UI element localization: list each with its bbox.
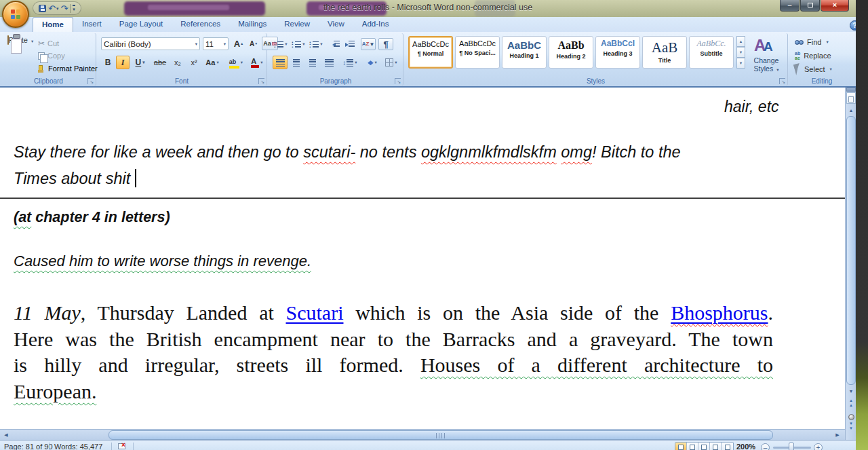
superscript-button[interactable]: x² [186,56,201,69]
italic-button[interactable]: I [116,56,130,69]
align-center-icon [293,59,300,67]
style-heading-3[interactable]: AaBbCcI Heading 3 [595,36,640,69]
zoom-out-button[interactable]: – [761,443,770,450]
page-count-status[interactable]: Page: 81 of 90 [4,443,53,450]
tab-insert[interactable]: Insert [73,17,111,32]
font-family-combo[interactable]: Calibri (Body) ▾ [101,37,200,50]
scroll-right-button[interactable]: ▶ [833,430,842,440]
font-dialog-launcher[interactable]: ↘ [258,78,264,84]
zoom-slider-thumb[interactable] [789,443,794,450]
numbering-button[interactable]: ▾ [290,38,307,50]
bullets-button[interactable]: ▾ [273,38,289,50]
styles-scroll-up-button[interactable]: ▲ [736,36,745,47]
borders-button[interactable]: ▾ [382,56,400,69]
undo-button[interactable]: ↶▾ [48,4,58,13]
subscript-button[interactable]: x₂ [170,56,185,69]
highlight-color-button[interactable]: ab ▾ [226,56,246,69]
draft-view-button[interactable] [722,443,733,450]
tab-mailings[interactable]: Mailings [229,17,275,32]
select-button[interactable]: Select ▾ [795,64,832,75]
replace-button[interactable]: abac Replace [795,51,831,60]
shading-button[interactable]: ◆ ▾ [363,56,381,69]
multilevel-list-button[interactable]: ▾ [308,38,324,50]
select-browse-object-button[interactable] [846,411,856,420]
tab-page-layout[interactable]: Page Layout [111,17,172,32]
maximize-button[interactable] [800,0,820,12]
horizontal-scroll-thumb[interactable] [108,430,773,440]
multilevel-dropdown-icon: ▾ [320,41,322,47]
redo-button[interactable]: ↷ [60,4,68,13]
zoom-level[interactable]: 200% [736,443,755,450]
office-button[interactable] [2,1,29,28]
style-preview: AaBb [549,39,593,52]
strikethrough-button[interactable]: abe [151,56,169,69]
scroll-left-button[interactable]: ◀ [1,430,11,440]
format-painter-button[interactable]: Format Painter [38,64,98,73]
scroll-up-button[interactable]: ▲ [846,105,856,115]
vertical-scroll-thumb[interactable] [846,116,856,385]
zoom-in-button[interactable]: + [814,443,823,450]
style-normal[interactable]: AaBbCcDc ¶ Normal [408,36,453,69]
horizontal-scrollbar[interactable]: ◀ ▶ [0,429,845,440]
spacing-lines [347,59,353,67]
style-no-spacing[interactable]: AaBbCcDc ¶ No Spaci... [455,36,500,69]
styles-scroll-down-button[interactable]: ▼ [736,47,745,58]
next-page-button[interactable]: ▼▼ [846,421,856,432]
change-styles-button[interactable]: AA Change Styles ▾ [749,36,784,81]
change-styles-dropdown-icon: ▾ [776,67,778,72]
decrease-indent-button[interactable] [328,38,342,50]
justify-button[interactable] [321,56,336,69]
align-right-button[interactable] [305,56,320,69]
customize-qat-button[interactable]: ▾ [73,5,75,12]
document-canvas[interactable]: hair, etc Stay there for like a week and… [0,88,845,429]
shrink-font-button[interactable]: A▼ [247,37,260,50]
tab-home[interactable]: Home [33,17,73,32]
sort-button[interactable]: AZ ▼ [361,38,376,50]
split-handle[interactable] [846,88,856,92]
save-button[interactable] [39,5,46,12]
full-screen-reading-view-button[interactable] [687,443,698,450]
close-button[interactable]: × [821,0,849,12]
find-button[interactable]: Find ▾ [795,38,829,46]
change-case-button[interactable]: Aa ▾ [203,56,222,69]
style-subtitle[interactable]: AaBbCc. Subtitle [689,36,734,69]
numbering-dropdown-icon: ▾ [302,41,304,47]
tab-view[interactable]: View [319,17,353,32]
paste-button[interactable]: Paste ▾ [5,36,35,79]
web-layout-view-button[interactable] [698,443,710,450]
tab-review[interactable]: Review [275,17,319,32]
style-heading-1[interactable]: AaBbC Heading 1 [502,36,547,69]
align-center-button[interactable] [289,56,304,69]
ribbon-tabs: Home Insert Page Layout References Maili… [33,17,397,32]
scroll-down-button[interactable]: ▼ [846,386,856,396]
tab-add-ins[interactable]: Add-Ins [353,17,398,32]
outline-view-button[interactable] [710,443,722,450]
increase-indent-button[interactable] [343,38,357,50]
bold-button[interactable]: B [101,56,115,69]
word-count-status[interactable]: Words: 45,477 [54,443,102,450]
styles-dialog-launcher[interactable]: ↘ [779,78,785,84]
underline-button[interactable]: U ▾ [131,56,149,69]
paragraph-dialog-launcher[interactable]: ↘ [395,78,401,84]
style-title[interactable]: AaB Title [642,36,687,69]
grow-arrow-icon: ▲ [240,41,243,45]
line-spacing-button[interactable]: ↕ ▾ [340,56,359,69]
copy-button[interactable]: Copy [38,52,65,60]
print-layout-view-button[interactable] [675,443,687,450]
ruler-toggle-button[interactable] [846,92,856,104]
style-heading-2[interactable]: AaBb Heading 2 [549,36,593,69]
clipboard-dialog-launcher[interactable]: ↘ [87,78,94,84]
font-size-combo[interactable]: 11 ▾ [203,37,229,50]
minimize-button[interactable]: – [780,0,800,12]
tab-references[interactable]: References [172,17,229,32]
align-left-button[interactable] [273,56,288,69]
show-hide-marks-button[interactable]: ¶ [378,38,393,50]
styles-gallery-more-button[interactable]: ▼ [736,58,745,69]
proofing-errors-button[interactable]: × [118,443,127,450]
minimize-icon: – [788,1,792,9]
vertical-scrollbar[interactable]: ▲ ▼ ▲▲ ▼▼ [845,88,856,440]
cut-button[interactable]: ✂ Cut [38,39,59,48]
font-color-button[interactable]: A ▾ [248,56,267,69]
grow-font-button[interactable]: A▲ [231,37,246,50]
previous-page-button[interactable]: ▲▲ [846,398,856,409]
